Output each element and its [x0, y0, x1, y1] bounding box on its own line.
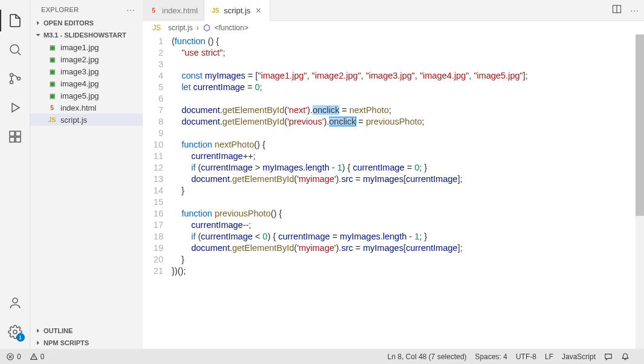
svg-rect-5: [16, 131, 21, 136]
svg-rect-6: [10, 137, 15, 142]
svg-point-8: [13, 298, 18, 303]
activity-bar: 1: [0, 0, 30, 349]
explorer-sidebar: EXPLORER ··· OPEN EDITORS M3.1 - SLIDESH…: [30, 0, 143, 349]
img-file-icon: ▣: [47, 42, 57, 52]
file-name: image3.jpg: [60, 67, 99, 76]
explorer-icon[interactable]: [7, 12, 24, 29]
file-name: image5.jpg: [60, 91, 99, 100]
editor-scrollbar[interactable]: [636, 34, 644, 349]
status-cursor[interactable]: Ln 8, Col 48 (7 selected): [388, 353, 467, 361]
tab-label: index.html: [162, 6, 198, 15]
editor-tab[interactable]: JSscript.js✕: [204, 0, 270, 21]
img-file-icon: ▣: [47, 79, 57, 88]
line-number-gutter: 123456789101112131415161718192021: [143, 34, 172, 349]
file-name: index.html: [60, 103, 96, 112]
svg-point-0: [10, 45, 19, 53]
run-debug-icon[interactable]: [7, 99, 24, 116]
status-language[interactable]: JavaScript: [562, 353, 596, 361]
file-name: script.js: [60, 115, 87, 125]
file-item[interactable]: ▣image2.jpg: [30, 53, 143, 65]
file-item[interactable]: ▣image5.jpg: [30, 89, 143, 102]
file-name: image4.jpg: [60, 79, 99, 88]
code-editor[interactable]: 123456789101112131415161718192021 (funct…: [143, 34, 644, 349]
chevron-right-icon: [34, 339, 42, 347]
file-tree: ▣image1.jpg▣image2.jpg▣image3.jpg▣image4…: [30, 41, 143, 325]
svg-point-1: [10, 74, 13, 77]
file-item[interactable]: ▣image3.jpg: [30, 65, 143, 77]
account-icon[interactable]: [7, 294, 24, 311]
svg-point-9: [13, 330, 17, 334]
tab-bar: 5index.htmlJSscript.js✕ ···: [143, 0, 644, 21]
section-project[interactable]: M3.1 - SLIDESHOWSTART: [30, 29, 143, 41]
code-content[interactable]: (function () { "use strict"; const myIma…: [172, 34, 644, 349]
status-spaces[interactable]: Spaces: 4: [475, 353, 507, 361]
chevron-right-icon: [34, 19, 42, 27]
status-errors[interactable]: 0: [6, 353, 21, 361]
section-outline[interactable]: OUTLINE: [30, 325, 143, 337]
html-file-icon: 5: [47, 103, 57, 112]
img-file-icon: ▣: [47, 67, 57, 76]
status-bar: 0 0 Ln 8, Col 48 (7 selected) Spaces: 4 …: [0, 349, 644, 364]
html-file-icon: 5: [149, 5, 158, 15]
status-eol[interactable]: LF: [545, 353, 553, 361]
svg-rect-7: [16, 137, 21, 142]
settings-badge: 1: [16, 333, 25, 342]
section-open-editors[interactable]: OPEN EDITORS: [30, 17, 143, 29]
search-icon[interactable]: [7, 41, 24, 58]
editor-more-icon[interactable]: ···: [630, 5, 639, 15]
status-feedback-icon[interactable]: [604, 353, 613, 361]
file-item[interactable]: ▣image4.jpg: [30, 77, 143, 89]
extensions-icon[interactable]: [7, 128, 24, 145]
js-file-icon: JS: [47, 115, 57, 125]
split-editor-icon[interactable]: [612, 4, 622, 16]
svg-point-2: [10, 81, 13, 84]
symbol-method-icon: [203, 24, 211, 32]
status-bell-icon[interactable]: [621, 353, 629, 361]
file-item[interactable]: ▣image1.jpg: [30, 41, 143, 53]
chevron-down-icon: [34, 31, 42, 39]
status-encoding[interactable]: UTF-8: [516, 353, 536, 361]
file-item[interactable]: JSscript.js: [30, 114, 143, 126]
js-file-icon: JS: [152, 24, 161, 32]
tab-label: script.js: [224, 6, 250, 15]
img-file-icon: ▣: [47, 54, 57, 64]
file-name: image2.jpg: [60, 55, 99, 64]
status-warnings[interactable]: 0: [30, 353, 45, 361]
sidebar-title: EXPLORER: [41, 6, 79, 13]
settings-gear-icon[interactable]: 1: [7, 323, 24, 340]
img-file-icon: ▣: [47, 91, 57, 100]
svg-rect-4: [10, 131, 15, 136]
source-control-icon[interactable]: [7, 70, 24, 87]
chevron-right-icon: [34, 327, 42, 335]
js-file-icon: JS: [210, 5, 220, 15]
section-npm-scripts[interactable]: NPM SCRIPTS: [30, 337, 143, 349]
file-item[interactable]: 5index.html: [30, 102, 143, 114]
breadcrumb[interactable]: JS script.js › <function>: [143, 21, 644, 34]
close-icon[interactable]: ✕: [255, 6, 264, 15]
file-name: image1.jpg: [60, 43, 99, 52]
editor-area: 5index.htmlJSscript.js✕ ··· JS script.js…: [143, 0, 644, 349]
svg-point-3: [17, 77, 20, 80]
scrollbar-thumb[interactable]: [636, 34, 644, 216]
editor-tab[interactable]: 5index.html: [143, 0, 204, 21]
sidebar-more-icon[interactable]: ···: [126, 5, 135, 15]
